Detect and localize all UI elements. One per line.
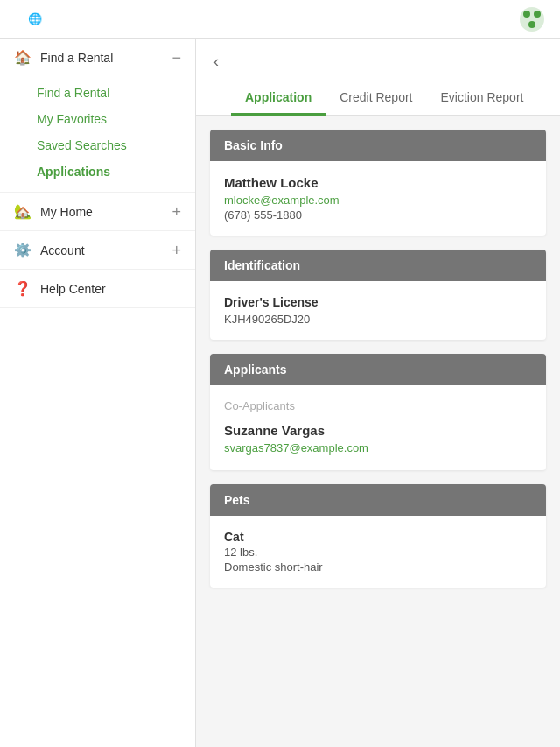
cards-area: Basic InfoMatthew Lockemlocke@example.co… bbox=[196, 116, 560, 602]
top-nav: 🌐 bbox=[0, 0, 560, 39]
back-row: ‹ bbox=[214, 53, 542, 71]
sidebar-section-account: ⚙️Account+ bbox=[0, 231, 195, 270]
main-layout: 🏠Find a Rental−Find a RentalMy Favorites… bbox=[0, 39, 560, 747]
card-basic-info: Basic InfoMatthew Lockemlocke@example.co… bbox=[210, 130, 546, 236]
sidebar-item-left-account: ⚙️Account bbox=[14, 242, 85, 258]
language-selector[interactable]: 🌐 bbox=[28, 12, 46, 25]
find-a-rental-icon: 🏠 bbox=[14, 49, 32, 66]
card-header-pets: Pets bbox=[210, 484, 546, 516]
sidebar-label-find-a-rental: Find a Rental bbox=[40, 51, 113, 65]
card-body-identification: Driver's LicenseKJH490265DJ20 bbox=[210, 281, 546, 340]
applicant-name: Matthew Locke bbox=[224, 175, 532, 190]
card-identification: IdentificationDriver's LicenseKJH490265D… bbox=[210, 250, 546, 340]
pet-weight-0: 12 lbs. bbox=[224, 546, 532, 559]
sidebar-section-my-home: 🏡My Home+ bbox=[0, 193, 195, 231]
tab-credit-report[interactable]: Credit Report bbox=[326, 81, 426, 116]
sidebar-child-my-favorites[interactable]: My Favorites bbox=[0, 106, 195, 132]
id-type: Driver's License bbox=[224, 295, 532, 309]
card-body-applicants: Co-ApplicantsSuzanne Vargassvargas7837@e… bbox=[210, 385, 546, 470]
logo bbox=[518, 5, 546, 33]
id-value: KJH490265DJ20 bbox=[224, 313, 532, 326]
pet-type-0: Cat bbox=[224, 530, 532, 544]
sidebar-child-saved-searches[interactable]: Saved Searches bbox=[0, 132, 195, 159]
top-nav-left: 🌐 bbox=[14, 12, 46, 25]
co-applicant-name-0: Suzanne Vargas bbox=[224, 423, 532, 438]
sidebar-children-find-a-rental: Find a RentalMy FavoritesSaved SearchesA… bbox=[0, 76, 195, 192]
tabs: ApplicationCredit ReportEviction Report bbox=[231, 81, 542, 115]
sidebar-section-find-a-rental: 🏠Find a Rental−Find a RentalMy Favorites… bbox=[0, 39, 195, 193]
sidebar-item-find-a-rental[interactable]: 🏠Find a Rental− bbox=[0, 39, 195, 76]
sidebar-section-help-center: ❓Help Center bbox=[0, 270, 195, 308]
sidebar-item-left-my-home: 🏡My Home bbox=[14, 203, 93, 220]
globe-icon: 🌐 bbox=[28, 12, 42, 25]
applicant-phone: (678) 555-1880 bbox=[224, 208, 532, 222]
tab-eviction-report[interactable]: Eviction Report bbox=[427, 81, 538, 116]
applicant-email[interactable]: mlocke@example.com bbox=[224, 194, 532, 207]
help-center-icon: ❓ bbox=[14, 280, 32, 297]
sidebar-toggle-find-a-rental[interactable]: − bbox=[172, 50, 181, 66]
sidebar-child-find-a-rental-child[interactable]: Find a Rental bbox=[0, 80, 195, 106]
card-pets: PetsCat12 lbs.Domestic short-hair bbox=[210, 484, 546, 588]
co-applicants-label: Co-Applicants bbox=[224, 399, 532, 412]
card-body-pets: Cat12 lbs.Domestic short-hair bbox=[210, 516, 546, 588]
sidebar-label-my-home: My Home bbox=[40, 205, 93, 219]
sidebar-item-left-find-a-rental: 🏠Find a Rental bbox=[14, 49, 113, 66]
sidebar-item-left-help-center: ❓Help Center bbox=[14, 280, 106, 297]
svg-point-3 bbox=[528, 21, 536, 28]
sidebar-item-my-home[interactable]: 🏡My Home+ bbox=[0, 193, 195, 230]
content-area: ‹ ApplicationCredit ReportEviction Repor… bbox=[196, 39, 560, 747]
sidebar-label-account: Account bbox=[40, 243, 85, 257]
apartments-logo-icon bbox=[518, 5, 546, 33]
card-header-applicants: Applicants bbox=[210, 354, 546, 385]
content-header: ‹ ApplicationCredit ReportEviction Repor… bbox=[196, 39, 560, 116]
svg-point-1 bbox=[523, 11, 530, 18]
card-applicants: ApplicantsCo-ApplicantsSuzanne Vargassva… bbox=[210, 354, 546, 470]
co-applicant-email-0[interactable]: svargas7837@example.com bbox=[224, 441, 532, 455]
sidebar: 🏠Find a Rental−Find a RentalMy Favorites… bbox=[0, 39, 196, 747]
sidebar-label-help-center: Help Center bbox=[40, 282, 106, 296]
card-header-identification: Identification bbox=[210, 250, 546, 281]
card-body-basic-info: Matthew Lockemlocke@example.com(678) 555… bbox=[210, 161, 546, 236]
sidebar-item-help-center[interactable]: ❓Help Center bbox=[0, 270, 195, 307]
back-button[interactable]: ‹ bbox=[214, 53, 219, 71]
card-header-basic-info: Basic Info bbox=[210, 130, 546, 161]
sidebar-toggle-my-home[interactable]: + bbox=[172, 204, 181, 220]
sidebar-toggle-account[interactable]: + bbox=[172, 243, 181, 258]
tab-application[interactable]: Application bbox=[231, 81, 326, 116]
pet-breed-0: Domestic short-hair bbox=[224, 560, 532, 574]
account-icon: ⚙️ bbox=[14, 242, 32, 258]
my-home-icon: 🏡 bbox=[14, 203, 32, 220]
sidebar-item-account[interactable]: ⚙️Account+ bbox=[0, 231, 195, 269]
sidebar-child-applications[interactable]: Applications bbox=[0, 159, 195, 185]
svg-point-2 bbox=[534, 11, 541, 18]
